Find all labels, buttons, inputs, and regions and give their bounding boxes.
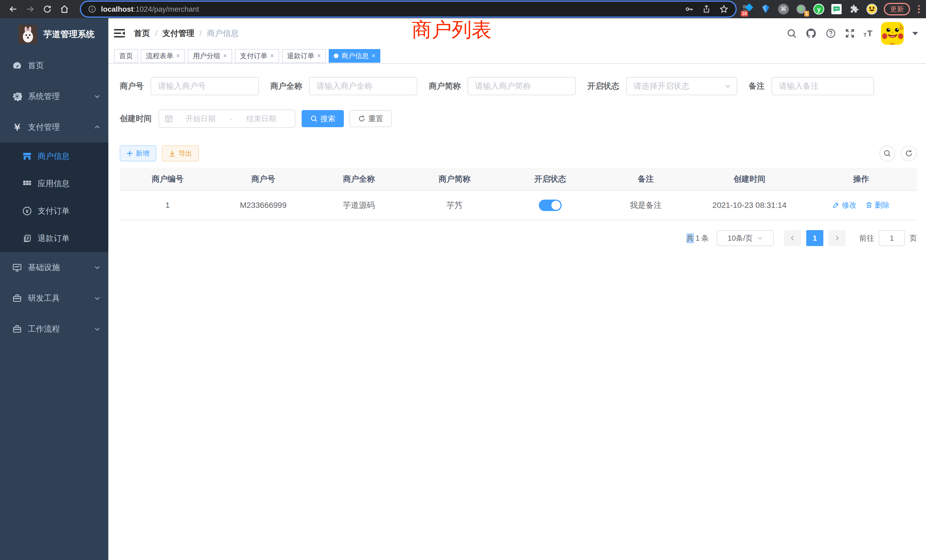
next-page-button[interactable] xyxy=(829,230,846,246)
caret-down-icon[interactable] xyxy=(912,31,918,36)
chevron-right-icon xyxy=(834,235,840,241)
prev-page-button[interactable] xyxy=(784,230,801,246)
help-icon[interactable] xyxy=(825,28,836,39)
extension-y-icon[interactable]: y xyxy=(813,3,825,15)
close-icon[interactable]: × xyxy=(317,53,321,59)
font-size-icon[interactable]: TT xyxy=(864,29,872,38)
sidebar-item-devtools[interactable]: 研发工具 xyxy=(0,283,108,314)
total-unit: 条 xyxy=(701,233,709,243)
breadcrumb-pay[interactable]: 支付管理 xyxy=(162,28,194,39)
extension-emoji-icon[interactable] xyxy=(866,3,878,15)
reset-button[interactable]: 重置 xyxy=(350,110,392,127)
user-avatar[interactable] xyxy=(881,22,904,45)
table-row: 1 M233666999 芋道源码 芋艿 我是备注 2021-10-23 08:… xyxy=(120,191,917,220)
breadcrumb-home[interactable]: 首页 xyxy=(134,28,150,39)
sidebar-item-label: 退款订单 xyxy=(38,233,70,244)
trash-icon xyxy=(865,201,872,209)
export-button[interactable]: 导出 xyxy=(162,145,199,161)
merchant-short-name-input[interactable] xyxy=(468,77,576,95)
extension-chat-icon[interactable] xyxy=(831,3,842,15)
tab-merchant-info[interactable]: 商户信息× xyxy=(329,49,380,63)
extension-proxy-icon[interactable]: 1 xyxy=(796,3,807,15)
github-icon[interactable] xyxy=(805,28,817,39)
merchant-table: 商户编号 商户号 商户全称 商户简称 开启状态 备注 创建时间 操作 1 M23… xyxy=(120,168,917,220)
sidebar-item-infra[interactable]: 基础设施 xyxy=(0,252,108,283)
browser-update-button[interactable]: 更新 xyxy=(884,3,910,15)
sidebar-item-refund-order[interactable]: 退款订单 xyxy=(0,225,108,252)
navbar-actions: TT xyxy=(787,18,918,48)
chevron-down-icon xyxy=(757,235,763,241)
monitor-chart-icon xyxy=(12,262,22,272)
forward-icon[interactable] xyxy=(22,1,39,17)
close-icon[interactable]: × xyxy=(223,53,227,59)
share-icon[interactable] xyxy=(702,5,711,14)
extensions-puzzle-icon[interactable] xyxy=(849,3,860,15)
password-key-icon[interactable] xyxy=(684,4,694,14)
sidebar-item-pay-order[interactable]: ¥ 支付订单 xyxy=(0,197,108,225)
status-toggle[interactable] xyxy=(539,200,561,211)
sidebar-item-label: 应用信息 xyxy=(38,178,70,189)
screen: localhost:1024/pay/merchant 10 xyxy=(0,0,926,560)
breadcrumb-current: 商户信息 xyxy=(207,28,239,39)
close-icon[interactable]: × xyxy=(371,53,375,59)
tab-home[interactable]: 首页 xyxy=(114,49,138,63)
search-button[interactable]: 搜索 xyxy=(302,110,344,127)
search-icon[interactable] xyxy=(787,28,797,38)
remark-input[interactable] xyxy=(772,77,874,95)
reload-icon[interactable] xyxy=(39,1,56,17)
page-size-select[interactable]: 10条/页 xyxy=(717,230,774,246)
status-select[interactable]: 请选择开启状态 xyxy=(626,77,737,95)
create-time-range-picker[interactable]: 开始日期 - 结束日期 xyxy=(159,109,295,128)
tab-pay-order[interactable]: 支付订单× xyxy=(235,49,279,63)
site-info-icon[interactable] xyxy=(88,5,96,14)
cell-merchant-id: 1 xyxy=(120,191,216,220)
column-header: 商户全称 xyxy=(311,168,407,191)
tab-user-group[interactable]: 用户分组× xyxy=(188,49,232,63)
extension-tabs-icon[interactable]: 10 xyxy=(742,3,754,15)
yen-icon: ￥ xyxy=(12,122,22,132)
bookmark-star-icon[interactable] xyxy=(719,4,729,14)
tab-process-form[interactable]: 流程表单× xyxy=(141,49,185,63)
sidebar-item-home[interactable]: 首页 xyxy=(0,50,108,81)
sidebar-item-workflow[interactable]: 工作流程 xyxy=(0,314,108,344)
toolbox-icon xyxy=(12,293,22,303)
sidebar-item-label: 商户信息 xyxy=(38,151,70,162)
add-button[interactable]: 新增 xyxy=(120,145,156,161)
close-icon[interactable]: × xyxy=(176,53,180,59)
edit-button[interactable]: 修改 xyxy=(832,200,856,210)
browser-menu-icon[interactable] xyxy=(916,5,921,13)
merchant-full-name-input[interactable] xyxy=(309,77,418,95)
sidebar-item-app-info[interactable]: 应用信息 xyxy=(0,170,108,197)
sidebar-item-label: 系统管理 xyxy=(28,91,60,102)
active-tab-dot xyxy=(334,54,338,58)
search-icon xyxy=(310,115,318,122)
refresh-table-button[interactable] xyxy=(901,145,917,161)
refresh-icon xyxy=(905,150,913,157)
chevron-down-icon xyxy=(94,326,100,332)
fullscreen-icon[interactable] xyxy=(845,28,855,38)
back-icon[interactable] xyxy=(5,1,22,17)
extension-kite-icon[interactable] xyxy=(760,3,772,15)
sidebar-item-label: 支付订单 xyxy=(38,206,70,216)
tab-refund-order[interactable]: 退款订单× xyxy=(282,49,326,63)
goto-page-input[interactable] xyxy=(879,230,905,246)
extension-command-icon[interactable]: ⌘ xyxy=(778,3,789,15)
app-logo[interactable]: 芋道管理系统 xyxy=(0,18,108,50)
toggle-search-button[interactable] xyxy=(879,145,895,161)
home-icon[interactable] xyxy=(56,1,73,17)
sidebar-item-merchant-info[interactable]: 商户信息 xyxy=(0,142,108,170)
sidebar-item-pay[interactable]: ￥ 支付管理 xyxy=(0,112,108,142)
column-header: 创建时间 xyxy=(694,168,805,191)
chevron-left-icon xyxy=(790,235,796,241)
column-header: 商户编号 xyxy=(120,168,216,191)
browser-toolbar: localhost:1024/pay/merchant 10 xyxy=(0,0,926,18)
address-bar[interactable]: localhost:1024/pay/merchant xyxy=(81,2,735,17)
page-number-current[interactable]: 1 xyxy=(806,230,823,246)
merchant-no-input[interactable] xyxy=(151,77,259,95)
main-content: 首页 / 支付管理 / 商户信息 商户列表 xyxy=(108,18,926,560)
sidebar-item-system[interactable]: 系统管理 xyxy=(0,81,108,112)
extension-badge: 10 xyxy=(741,11,748,17)
sidebar-toggle-icon[interactable] xyxy=(108,18,130,48)
close-icon[interactable]: × xyxy=(270,53,274,59)
delete-button[interactable]: 删除 xyxy=(865,200,890,210)
